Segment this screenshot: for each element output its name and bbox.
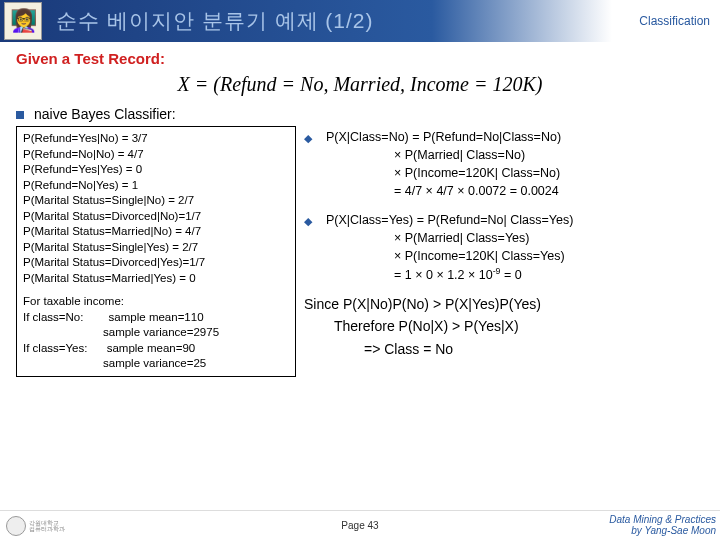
computation-column: ◆ P(X|Class=No) = P(Refund=No|Class=No) … xyxy=(304,126,704,377)
given-label: Given a Test Record: xyxy=(16,50,704,67)
class-no-block: ◆ P(X|Class=No) = P(Refund=No|Class=No) … xyxy=(304,128,704,201)
prob-line: P(Refund=Yes|No) = 3/7 xyxy=(23,131,289,147)
prob-line: P(Marital Status=Married|Yes) = 0 xyxy=(23,271,289,287)
math-line: × P(Income=120K| Class=No) xyxy=(394,164,561,182)
slide-footer: 강원대학교컴퓨터과학과 Page 43 Data Mining & Practi… xyxy=(0,510,720,540)
therefore-line: Therefore P(No|X) > P(Yes|X) xyxy=(334,316,704,336)
slide-title: 순수 베이지안 분류기 예제 (1/2) xyxy=(56,7,374,35)
prob-line: P(Refund=No|No) = 4/7 xyxy=(23,147,289,163)
prob-line: P(Marital Status=Divorced|No)=1/7 xyxy=(23,209,289,225)
math-line: × P(Married| Class=Yes) xyxy=(394,229,573,247)
math-line: = 4/7 × 4/7 × 0.0072 = 0.0024 xyxy=(394,182,561,200)
prob-line: P(Marital Status=Married|No) = 4/7 xyxy=(23,224,289,240)
income-yes-prefix: If class=Yes: xyxy=(23,342,87,354)
result-line: => Class = No xyxy=(364,339,704,359)
class-yes-block: ◆ P(X|Class=Yes) = P(Refund=No| Class=Ye… xyxy=(304,211,704,285)
presenter-icon: 👩‍🏫 xyxy=(4,2,42,40)
diamond-bullet-icon: ◆ xyxy=(304,131,312,147)
prob-line: P(Refund=No|Yes) = 1 xyxy=(23,178,289,194)
income-no-prefix: If class=No: xyxy=(23,311,83,323)
title-bar: 👩‍🏫 순수 베이지안 분류기 예제 (1/2) Classification xyxy=(0,0,720,42)
category-label: Classification xyxy=(639,14,710,28)
footer-credits: Data Mining & Practices by Yang-Sae Moon xyxy=(609,514,716,536)
income-yes-var: sample variance=25 xyxy=(103,356,289,372)
university-logo: 강원대학교컴퓨터과학과 xyxy=(6,515,66,537)
income-no-row: If class=No: sample mean=110 xyxy=(23,310,289,326)
seal-icon xyxy=(6,516,26,536)
prob-line: P(Marital Status=Single|No) = 2/7 xyxy=(23,193,289,209)
income-yes-row: If class=Yes: sample mean=90 xyxy=(23,341,289,357)
test-record-formula: X = (Refund = No, Married, Income = 120K… xyxy=(16,73,704,96)
income-label: For taxable income: xyxy=(23,294,289,310)
income-no-mean: sample mean=110 xyxy=(109,311,204,323)
math-line: × P(Married| Class=No) xyxy=(394,146,561,164)
income-no-var: sample variance=2975 xyxy=(103,325,289,341)
math-text: = 1 × 0 × 1.2 × 10 xyxy=(394,268,493,282)
prob-line: P(Marital Status=Divorced|Yes)=1/7 xyxy=(23,255,289,271)
probability-box: P(Refund=Yes|No) = 3/7 P(Refund=No|No) =… xyxy=(16,126,296,377)
math-line: = 1 × 0 × 1.2 × 10-9 = 0 xyxy=(394,265,573,284)
page-number: Page 43 xyxy=(341,520,378,531)
credit-line-1: Data Mining & Practices xyxy=(609,514,716,525)
two-column-layout: P(Refund=Yes|No) = 3/7 P(Refund=No|No) =… xyxy=(16,126,704,377)
class-no-math: P(X|Class=No) = P(Refund=No|Class=No) × … xyxy=(326,128,561,201)
income-yes-mean: sample mean=90 xyxy=(107,342,196,354)
conclusion-block: Since P(X|No)P(No) > P(X|Yes)P(Yes) Ther… xyxy=(304,294,704,359)
since-line: Since P(X|No)P(No) > P(X|Yes)P(Yes) xyxy=(304,294,704,314)
math-text: = 0 xyxy=(500,268,521,282)
prob-line: P(Refund=Yes|Yes) = 0 xyxy=(23,162,289,178)
math-line: P(X|Class=No) = P(Refund=No|Class=No) xyxy=(326,128,561,146)
slide-content: Given a Test Record: X = (Refund = No, M… xyxy=(0,42,720,377)
uni-text: 강원대학교컴퓨터과학과 xyxy=(29,520,65,532)
credit-line-2: by Yang-Sae Moon xyxy=(609,525,716,536)
math-line: × P(Income=120K| Class=Yes) xyxy=(394,247,573,265)
classifier-label: naive Bayes Classifier: xyxy=(34,106,176,122)
classifier-heading: naive Bayes Classifier: xyxy=(16,106,704,122)
prob-line: P(Marital Status=Single|Yes) = 2/7 xyxy=(23,240,289,256)
class-yes-math: P(X|Class=Yes) = P(Refund=No| Class=Yes)… xyxy=(326,211,573,285)
square-bullet-icon xyxy=(16,111,24,119)
math-line: P(X|Class=Yes) = P(Refund=No| Class=Yes) xyxy=(326,211,573,229)
diamond-bullet-icon: ◆ xyxy=(304,214,312,230)
